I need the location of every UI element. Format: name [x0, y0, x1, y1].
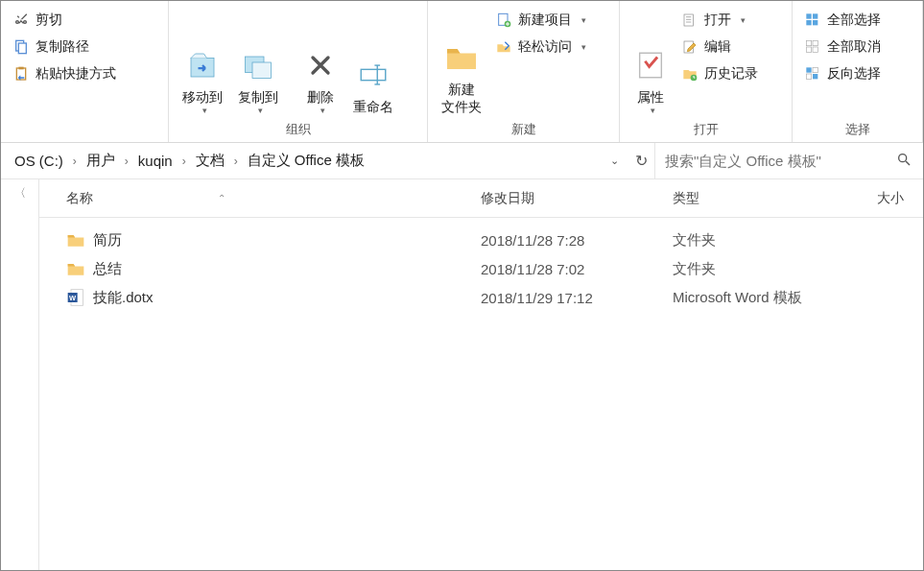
refresh-button[interactable]: ↻ [628, 148, 654, 175]
copy-to-button[interactable]: 复制到 ▾ [230, 5, 286, 117]
ribbon: 剪切 复制路径 粘贴快捷方式 移动到 [1, 1, 923, 143]
column-size[interactable]: 大小 [865, 190, 923, 207]
search-box[interactable] [654, 143, 923, 178]
delete-button[interactable]: 删除 ▾ [296, 5, 345, 117]
folder-icon [66, 230, 85, 250]
svg-rect-25 [813, 40, 817, 45]
column-modified[interactable]: 修改日期 [481, 190, 673, 207]
breadcrumb-item[interactable]: kuqin [134, 151, 177, 171]
file-modified: 2018/11/29 17:12 [481, 290, 673, 306]
paste-shortcut-label: 粘贴快捷方式 [36, 65, 116, 83]
open-group-label: 打开 [626, 117, 786, 142]
nav-pane[interactable]: 〈 [1, 179, 39, 570]
folder-icon [66, 259, 85, 278]
file-name: 简历 [93, 231, 122, 250]
move-to-icon [185, 48, 220, 83]
ribbon-group-clipboard: 剪切 复制路径 粘贴快捷方式 [1, 1, 169, 142]
breadcrumb-item[interactable]: 自定义 Office 模板 [244, 150, 368, 172]
breadcrumb-item[interactable]: 用户 [83, 150, 119, 172]
search-icon[interactable] [896, 152, 912, 171]
easy-access-button[interactable]: 轻松访问 ▾ [489, 34, 592, 60]
dropdown-icon: ▾ [202, 106, 207, 115]
history-button[interactable]: 历史记录 [675, 60, 764, 87]
new-folder-button[interactable]: 新建文件夹 [434, 5, 489, 117]
copy-path-icon [12, 38, 30, 56]
rename-label: 重命名 [353, 98, 393, 115]
rename-button[interactable]: 重命名 [345, 5, 401, 117]
dropdown-icon: ▾ [258, 106, 263, 115]
word-doc-icon: W [66, 288, 85, 307]
select-none-button[interactable]: 全部取消 [798, 34, 887, 60]
column-name[interactable]: 名称 ⌃ [39, 190, 481, 207]
nav-row: OS (C:) › 用户 › kuqin › 文档 › 自定义 Office 模… [1, 143, 923, 179]
properties-icon [633, 48, 668, 83]
file-type: 文件夹 [673, 260, 865, 278]
select-all-button[interactable]: 全部选择 [798, 7, 887, 34]
chevron-right-icon[interactable]: › [232, 155, 240, 168]
svg-rect-28 [806, 67, 811, 72]
file-row[interactable]: 简历2018/11/28 7:28文件夹 [39, 226, 923, 254]
file-modified: 2018/11/28 7:02 [481, 261, 673, 277]
easy-access-icon [495, 38, 512, 56]
search-input[interactable] [665, 153, 913, 169]
svg-point-32 [899, 154, 907, 161]
svg-rect-27 [813, 47, 817, 52]
select-none-label: 全部取消 [827, 38, 881, 56]
new-group-label: 新建 [434, 117, 613, 142]
file-type: 文件夹 [673, 231, 865, 250]
svg-rect-3 [18, 67, 23, 70]
dropdown-icon: ▾ [581, 15, 586, 25]
open-label: 打开 [704, 12, 731, 29]
breadcrumb-item[interactable]: 文档 [192, 150, 228, 172]
svg-rect-31 [813, 74, 817, 79]
chevron-right-icon[interactable]: › [180, 155, 188, 168]
dropdown-icon: ▾ [320, 106, 325, 115]
organize-group-label: 组织 [175, 117, 421, 142]
file-list: 名称 ⌃ 修改日期 类型 大小 简历2018/11/28 7:28文件夹总结20… [39, 179, 923, 570]
ribbon-group-organize: 移动到 ▾ 复制到 ▾ 删除 ▾ [169, 1, 428, 142]
svg-rect-20 [806, 13, 811, 18]
copy-to-label: 复制到 [238, 88, 278, 106]
column-type[interactable]: 类型 [673, 190, 865, 207]
select-all-icon [804, 12, 821, 29]
breadcrumb-item[interactable]: OS (C:) [11, 151, 67, 171]
svg-text:W: W [69, 294, 77, 302]
dropdown-icon: ▾ [741, 15, 746, 25]
svg-rect-30 [806, 74, 811, 79]
edit-label: 编辑 [704, 38, 731, 56]
svg-rect-23 [813, 20, 817, 25]
ribbon-group-open: 属性 ▾ 打开 ▾ 编辑 [620, 1, 793, 142]
svg-rect-14 [684, 14, 693, 26]
refresh-icon: ↻ [635, 152, 648, 170]
cut-button[interactable]: 剪切 [7, 7, 68, 34]
copy-path-button[interactable]: 复制路径 [7, 34, 95, 60]
chevron-right-icon[interactable]: › [71, 155, 79, 168]
paste-shortcut-button[interactable]: 粘贴快捷方式 [7, 60, 122, 87]
rename-icon [356, 58, 391, 92]
properties-button[interactable]: 属性 ▾ [626, 5, 675, 117]
svg-rect-29 [813, 67, 817, 72]
svg-rect-22 [806, 20, 811, 25]
cut-label: 剪切 [36, 12, 62, 29]
file-row[interactable]: 总结2018/11/28 7:02文件夹 [39, 254, 923, 283]
properties-label: 属性 [637, 88, 664, 106]
copy-to-icon [241, 48, 275, 83]
move-to-button[interactable]: 移动到 ▾ [175, 5, 230, 117]
file-type: Microsoft Word 模板 [673, 289, 865, 307]
svg-rect-6 [252, 62, 272, 79]
address-bar[interactable]: OS (C:) › 用户 › kuqin › 文档 › 自定义 Office 模… [1, 150, 601, 172]
edit-button[interactable]: 编辑 [675, 34, 764, 60]
invert-selection-button[interactable]: 反向选择 [798, 60, 887, 87]
address-dropdown-button[interactable]: ⌄ [601, 148, 628, 175]
column-headers: 名称 ⌃ 修改日期 类型 大小 [39, 179, 923, 218]
new-item-button[interactable]: 新建项目 ▾ [489, 7, 592, 34]
file-row[interactable]: W技能.dotx2018/11/29 17:12Microsoft Word 模… [39, 283, 923, 312]
chevron-right-icon[interactable]: › [123, 155, 130, 168]
open-button[interactable]: 打开 ▾ [675, 7, 764, 34]
svg-rect-24 [806, 40, 811, 45]
new-folder-l2: 文件夹 [441, 99, 482, 114]
delete-icon [303, 48, 338, 83]
collapse-icon[interactable]: 〈 [14, 185, 26, 570]
file-modified: 2018/11/28 7:28 [481, 232, 673, 249]
ribbon-group-select: 全部选择 全部取消 反向选择 选择 [793, 1, 923, 142]
